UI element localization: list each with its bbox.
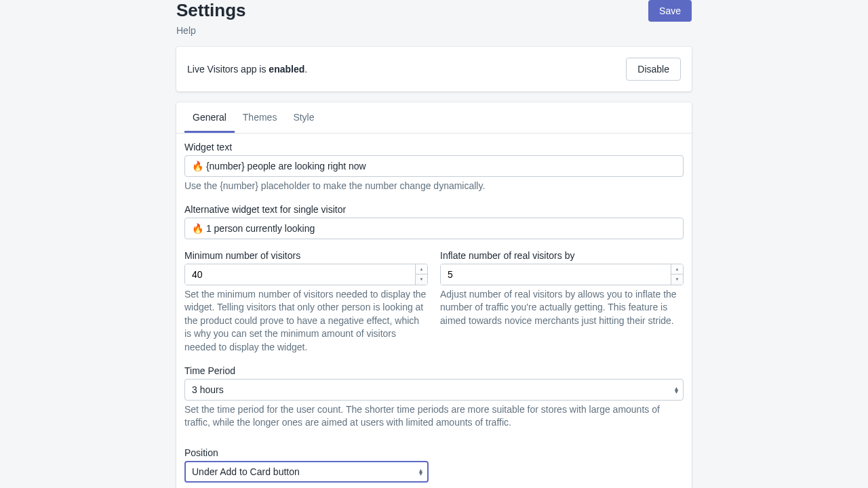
tabs: General Themes Style: [176, 102, 692, 134]
chevron-updown-icon: ▴▾: [669, 386, 683, 393]
spinner-down-icon[interactable]: ▼: [671, 274, 683, 285]
widget-text-help: Use the {number} placeholder to make the…: [184, 180, 684, 193]
position-select[interactable]: Under Add to Card button ▴▾: [184, 461, 429, 483]
min-visitors-input-wrap: ▲ ▼: [184, 264, 428, 285]
min-visitors-spinner: ▲ ▼: [415, 264, 427, 285]
save-button[interactable]: Save: [648, 0, 692, 22]
inflate-input-wrap: ▲ ▼: [440, 264, 684, 285]
min-visitors-input[interactable]: [185, 264, 415, 285]
disable-button[interactable]: Disable: [626, 58, 681, 81]
time-period-label: Time Period: [184, 365, 684, 376]
time-period-value: 3 hours: [185, 380, 669, 400]
spinner-up-icon[interactable]: ▲: [416, 264, 427, 275]
min-visitors-label: Minimum number of visitors: [184, 250, 428, 261]
time-period-select[interactable]: 3 hours ▴▾: [184, 379, 684, 401]
status-prefix: Live Visitors app is: [187, 64, 269, 75]
position-label: Position: [184, 447, 684, 458]
position-value: Under Add to Card button: [186, 462, 414, 481]
page-title: Settings: [176, 0, 246, 21]
inflate-label: Inflate number of real visitors by: [440, 250, 684, 261]
settings-card: General Themes Style Widget text Use the…: [176, 102, 692, 488]
widget-text-input[interactable]: [184, 155, 684, 177]
status-card: Live Visitors app is enabled. Disable: [176, 47, 692, 92]
tab-themes[interactable]: Themes: [235, 102, 285, 133]
inflate-spinner: ▲ ▼: [671, 264, 683, 285]
status-text: Live Visitors app is enabled.: [187, 64, 307, 75]
status-suffix: .: [304, 64, 307, 75]
tab-general[interactable]: General: [184, 102, 235, 133]
alt-text-input[interactable]: [184, 218, 684, 239]
inflate-input[interactable]: [441, 264, 671, 285]
chevron-updown-icon: ▴▾: [414, 468, 427, 475]
tab-style[interactable]: Style: [285, 102, 322, 133]
status-state: enabled: [269, 64, 304, 75]
help-link[interactable]: Help: [176, 25, 196, 36]
alt-text-label: Alternative widget text for single visit…: [184, 204, 684, 215]
min-visitors-help: Set the minimum number of visitors neede…: [184, 288, 428, 354]
spinner-up-icon[interactable]: ▲: [671, 264, 683, 275]
widget-text-label: Widget text: [184, 142, 684, 152]
time-period-help: Set the time period for the user count. …: [184, 403, 684, 430]
inflate-help: Adjust number of real visitors by allows…: [440, 288, 684, 328]
spinner-down-icon[interactable]: ▼: [416, 274, 427, 285]
